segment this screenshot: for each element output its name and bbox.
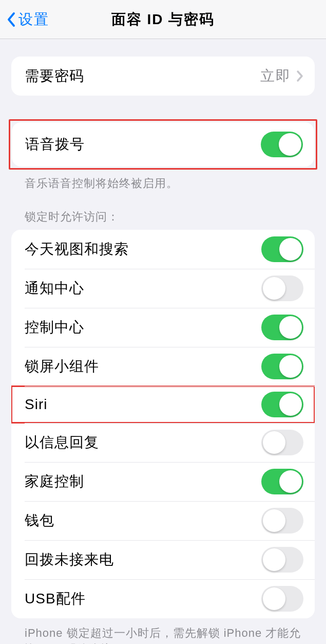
notification-center-toggle[interactable] [261, 275, 303, 301]
wallet-label: 钱包 [25, 511, 54, 530]
home-control-toggle[interactable] [261, 469, 303, 494]
chevron-left-icon [6, 11, 16, 28]
reply-with-message-label: 以信息回复 [25, 433, 99, 452]
home-control-row: 家庭控制 [11, 462, 315, 501]
siri-label: Siri [25, 396, 47, 413]
return-missed-calls-row: 回拨未接来电 [11, 540, 315, 579]
voice-dial-group: 语音拨号 [12, 122, 314, 167]
notification-center-label: 通知中心 [25, 279, 84, 298]
siri-toggle[interactable] [261, 392, 303, 417]
today-view-search-toggle[interactable] [261, 236, 303, 262]
require-passcode-row[interactable]: 需要密码 立即 [11, 57, 315, 96]
return-missed-calls-toggle[interactable] [261, 547, 303, 573]
lock-screen-widgets-label: 锁屏小组件 [25, 357, 99, 376]
require-passcode-value: 立即 [260, 66, 291, 86]
chevron-right-icon [296, 70, 303, 82]
back-button[interactable]: 设置 [6, 10, 49, 29]
usb-accessories-toggle[interactable] [261, 586, 303, 612]
siri-row: Siri [11, 386, 315, 423]
lock-access-header: 锁定时允许访问： [0, 209, 326, 230]
control-center-toggle[interactable] [261, 315, 303, 340]
today-view-search-row: 今天视图和搜索 [11, 230, 315, 269]
page-title: 面容 ID 与密码 [111, 10, 215, 29]
usb-accessories-label: USB配件 [25, 589, 86, 609]
require-passcode-group: 需要密码 立即 [11, 57, 315, 96]
voice-dial-footer: 音乐语音控制将始终被启用。 [0, 170, 326, 192]
return-missed-calls-label: 回拨未接来电 [25, 550, 114, 569]
control-center-label: 控制中心 [25, 318, 84, 337]
wallet-row: 钱包 [11, 501, 315, 540]
lock-screen-widgets-toggle[interactable] [261, 354, 303, 379]
reply-with-message-row: 以信息回复 [11, 423, 315, 462]
today-view-search-label: 今天视图和搜索 [25, 240, 129, 259]
voice-dial-label: 语音拨号 [25, 135, 85, 154]
lock-access-group: 今天视图和搜索通知中心控制中心锁屏小组件Siri以信息回复家庭控制钱包回拨未接来… [11, 230, 315, 618]
voice-dial-toggle[interactable] [261, 132, 303, 157]
lock-access-footer: iPhone 锁定超过一小时后，需先解锁 iPhone 才能允许USB 配件连接… [0, 618, 326, 644]
lock-screen-widgets-row: 锁屏小组件 [11, 347, 315, 386]
notification-center-row: 通知中心 [11, 269, 315, 308]
reply-with-message-toggle[interactable] [261, 430, 303, 455]
require-passcode-label: 需要密码 [25, 66, 84, 86]
voice-dial-row: 语音拨号 [12, 122, 314, 167]
usb-accessories-row: USB配件 [11, 579, 315, 618]
back-label: 设置 [18, 10, 49, 29]
navigation-bar: 设置 面容 ID 与密码 [0, 0, 326, 39]
control-center-row: 控制中心 [11, 308, 315, 347]
wallet-toggle[interactable] [261, 508, 303, 533]
home-control-label: 家庭控制 [25, 472, 84, 491]
voice-dial-highlight: 语音拨号 [9, 119, 317, 170]
